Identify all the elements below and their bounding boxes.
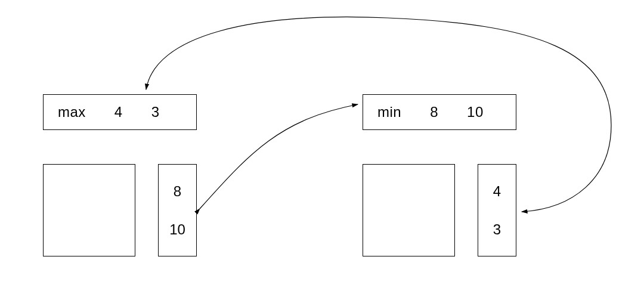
call-arg-left-0: 4 [114, 104, 123, 120]
call-box-right: min 8 10 [363, 94, 516, 130]
call-arg-right-1: 10 [467, 104, 484, 120]
stack-box-left: 8 10 [158, 164, 197, 256]
stack-item-left-1: 10 [169, 221, 185, 238]
work-area-right [363, 164, 455, 256]
arrow-top-to-left-call [146, 17, 388, 90]
stack-box-right: 4 3 [478, 164, 516, 256]
call-op-right: min [377, 104, 401, 120]
work-area-left [43, 164, 135, 256]
stack-item-right-1: 3 [493, 221, 501, 238]
arrows-layer [0, 0, 644, 303]
call-box-left: max 4 3 [43, 94, 197, 130]
stack-item-right-0: 4 [493, 183, 501, 200]
call-op-left: max [58, 104, 86, 120]
call-arg-right-0: 8 [430, 104, 438, 120]
arrow-middle-exchange [200, 104, 358, 209]
stack-item-left-0: 8 [174, 183, 181, 200]
call-arg-left-1: 3 [151, 104, 160, 120]
diagram-stage: max 4 3 8 10 min 8 10 4 3 [0, 0, 644, 303]
